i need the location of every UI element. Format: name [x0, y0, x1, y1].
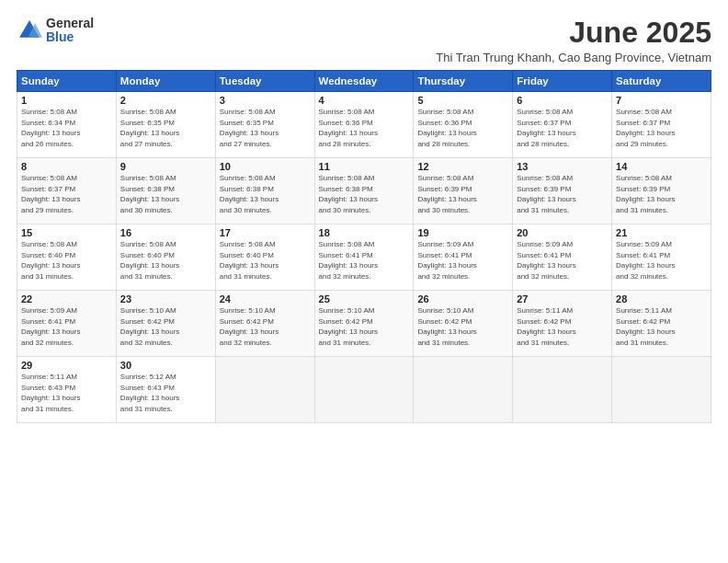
table-row: 15Sunrise: 5:08 AM Sunset: 6:40 PM Dayli… [17, 224, 117, 291]
day-number: 15 [21, 227, 112, 238]
table-row: 27Sunrise: 5:11 AM Sunset: 6:42 PM Dayli… [513, 291, 612, 357]
day-number: 24 [220, 293, 311, 304]
logo-blue-text: Blue [46, 30, 94, 44]
page: General Blue June 2025 Thi Tran Trung Kh… [0, 0, 728, 563]
day-number: 20 [517, 227, 608, 238]
table-row: 11Sunrise: 5:08 AM Sunset: 6:38 PM Dayli… [314, 158, 414, 224]
day-number: 25 [319, 293, 410, 304]
table-row: 6Sunrise: 5:08 AM Sunset: 6:37 PM Daylig… [513, 92, 612, 158]
day-info: Sunrise: 5:08 AM Sunset: 6:39 PM Dayligh… [616, 173, 707, 215]
day-info: Sunrise: 5:10 AM Sunset: 6:42 PM Dayligh… [220, 305, 311, 348]
day-number: 14 [616, 161, 707, 172]
day-info: Sunrise: 5:08 AM Sunset: 6:40 PM Dayligh… [120, 239, 211, 282]
calendar-table: Sunday Monday Tuesday Wednesday Thursday… [17, 70, 711, 423]
day-info: Sunrise: 5:10 AM Sunset: 6:42 PM Dayligh… [319, 305, 410, 348]
table-row: 12Sunrise: 5:08 AM Sunset: 6:39 PM Dayli… [414, 158, 513, 224]
day-number: 11 [319, 161, 410, 172]
table-row: 21Sunrise: 5:09 AM Sunset: 6:41 PM Dayli… [612, 224, 711, 291]
day-number: 30 [120, 360, 211, 371]
day-number: 9 [120, 161, 211, 172]
day-info: Sunrise: 5:08 AM Sunset: 6:39 PM Dayligh… [517, 173, 608, 215]
day-number: 13 [517, 161, 608, 172]
logo-general-text: General [46, 17, 94, 30]
day-info: Sunrise: 5:08 AM Sunset: 6:38 PM Dayligh… [120, 173, 211, 215]
table-row [513, 357, 612, 423]
col-tuesday: Tuesday [215, 71, 314, 92]
table-row: 7Sunrise: 5:08 AM Sunset: 6:37 PM Daylig… [612, 92, 711, 158]
table-row: 28Sunrise: 5:11 AM Sunset: 6:42 PM Dayli… [612, 291, 711, 357]
day-number: 4 [319, 95, 410, 106]
day-info: Sunrise: 5:08 AM Sunset: 6:38 PM Dayligh… [220, 173, 311, 215]
table-row: 17Sunrise: 5:08 AM Sunset: 6:40 PM Dayli… [215, 224, 314, 291]
day-info: Sunrise: 5:09 AM Sunset: 6:41 PM Dayligh… [417, 239, 508, 282]
logo-icon [17, 17, 42, 43]
day-info: Sunrise: 5:09 AM Sunset: 6:41 PM Dayligh… [616, 239, 707, 282]
day-number: 8 [21, 161, 112, 172]
table-row: 3Sunrise: 5:08 AM Sunset: 6:35 PM Daylig… [215, 92, 314, 158]
location-subtitle: Thi Tran Trung Khanh, Cao Bang Province,… [436, 51, 711, 64]
day-number: 7 [616, 95, 707, 106]
table-row: 23Sunrise: 5:10 AM Sunset: 6:42 PM Dayli… [116, 291, 215, 357]
table-row: 25Sunrise: 5:10 AM Sunset: 6:42 PM Dayli… [314, 291, 414, 357]
day-number: 22 [21, 293, 112, 304]
table-row: 16Sunrise: 5:08 AM Sunset: 6:40 PM Dayli… [116, 224, 215, 291]
table-row: 26Sunrise: 5:10 AM Sunset: 6:42 PM Dayli… [414, 291, 513, 357]
calendar-header-row: Sunday Monday Tuesday Wednesday Thursday… [17, 71, 711, 92]
col-thursday: Thursday [414, 71, 513, 92]
table-row: 4Sunrise: 5:08 AM Sunset: 6:36 PM Daylig… [314, 92, 414, 158]
day-number: 23 [120, 293, 211, 304]
calendar-week-5: 29Sunrise: 5:11 AM Sunset: 6:43 PM Dayli… [17, 357, 711, 423]
day-info: Sunrise: 5:10 AM Sunset: 6:42 PM Dayligh… [120, 305, 211, 348]
table-row: 9Sunrise: 5:08 AM Sunset: 6:38 PM Daylig… [116, 158, 215, 224]
day-number: 27 [517, 293, 608, 304]
day-number: 19 [417, 227, 508, 238]
day-number: 1 [21, 95, 112, 106]
day-number: 5 [417, 95, 508, 106]
day-info: Sunrise: 5:08 AM Sunset: 6:40 PM Dayligh… [220, 239, 311, 282]
table-row: 13Sunrise: 5:08 AM Sunset: 6:39 PM Dayli… [513, 158, 612, 224]
table-row [612, 357, 711, 423]
table-row: 8Sunrise: 5:08 AM Sunset: 6:37 PM Daylig… [17, 158, 117, 224]
day-info: Sunrise: 5:11 AM Sunset: 6:42 PM Dayligh… [517, 305, 608, 348]
day-info: Sunrise: 5:08 AM Sunset: 6:35 PM Dayligh… [120, 107, 211, 149]
calendar-week-1: 1Sunrise: 5:08 AM Sunset: 6:34 PM Daylig… [17, 92, 711, 158]
day-number: 29 [21, 360, 112, 371]
table-row: 29Sunrise: 5:11 AM Sunset: 6:43 PM Dayli… [17, 357, 117, 423]
col-saturday: Saturday [612, 71, 711, 92]
day-info: Sunrise: 5:08 AM Sunset: 6:39 PM Dayligh… [417, 173, 508, 215]
day-number: 6 [517, 95, 608, 106]
header: General Blue June 2025 Thi Tran Trung Kh… [17, 17, 711, 64]
day-info: Sunrise: 5:10 AM Sunset: 6:42 PM Dayligh… [417, 305, 508, 348]
day-info: Sunrise: 5:11 AM Sunset: 6:42 PM Dayligh… [616, 305, 707, 348]
month-title: June 2025 [436, 17, 711, 49]
table-row [314, 357, 414, 423]
logo: General Blue [17, 17, 94, 45]
table-row: 24Sunrise: 5:10 AM Sunset: 6:42 PM Dayli… [215, 291, 314, 357]
day-info: Sunrise: 5:08 AM Sunset: 6:40 PM Dayligh… [21, 239, 112, 282]
table-row: 5Sunrise: 5:08 AM Sunset: 6:36 PM Daylig… [414, 92, 513, 158]
table-row: 14Sunrise: 5:08 AM Sunset: 6:39 PM Dayli… [612, 158, 711, 224]
day-info: Sunrise: 5:09 AM Sunset: 6:41 PM Dayligh… [21, 305, 112, 348]
day-info: Sunrise: 5:08 AM Sunset: 6:37 PM Dayligh… [616, 107, 707, 149]
day-info: Sunrise: 5:08 AM Sunset: 6:36 PM Dayligh… [319, 107, 410, 149]
day-info: Sunrise: 5:08 AM Sunset: 6:38 PM Dayligh… [319, 173, 410, 215]
day-info: Sunrise: 5:12 AM Sunset: 6:43 PM Dayligh… [120, 372, 211, 414]
table-row: 2Sunrise: 5:08 AM Sunset: 6:35 PM Daylig… [116, 92, 215, 158]
day-info: Sunrise: 5:08 AM Sunset: 6:35 PM Dayligh… [220, 107, 311, 149]
day-info: Sunrise: 5:08 AM Sunset: 6:36 PM Dayligh… [417, 107, 508, 149]
day-info: Sunrise: 5:08 AM Sunset: 6:37 PM Dayligh… [21, 173, 112, 215]
day-info: Sunrise: 5:11 AM Sunset: 6:43 PM Dayligh… [21, 372, 112, 414]
calendar-week-2: 8Sunrise: 5:08 AM Sunset: 6:37 PM Daylig… [17, 158, 711, 224]
table-row: 10Sunrise: 5:08 AM Sunset: 6:38 PM Dayli… [215, 158, 314, 224]
day-number: 2 [120, 95, 211, 106]
day-number: 21 [616, 227, 707, 238]
day-info: Sunrise: 5:08 AM Sunset: 6:41 PM Dayligh… [319, 239, 410, 282]
col-sunday: Sunday [17, 71, 117, 92]
day-info: Sunrise: 5:08 AM Sunset: 6:34 PM Dayligh… [21, 107, 112, 149]
day-number: 3 [220, 95, 311, 106]
day-number: 10 [220, 161, 311, 172]
calendar-week-4: 22Sunrise: 5:09 AM Sunset: 6:41 PM Dayli… [17, 291, 711, 357]
table-row: 20Sunrise: 5:09 AM Sunset: 6:41 PM Dayli… [513, 224, 612, 291]
title-block: June 2025 Thi Tran Trung Khanh, Cao Bang… [436, 17, 711, 64]
calendar-week-3: 15Sunrise: 5:08 AM Sunset: 6:40 PM Dayli… [17, 224, 711, 291]
